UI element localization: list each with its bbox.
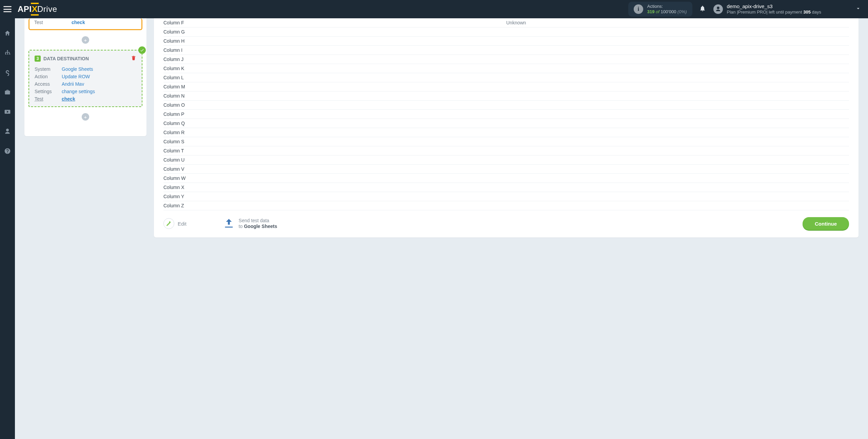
actions-of: of — [656, 9, 659, 14]
destination-title: DATA DESTINATION — [43, 56, 89, 61]
column-row[interactable]: Column H — [163, 37, 849, 46]
user-name: demo_apix-drive_s3 — [727, 3, 821, 10]
user-menu-chevron-icon[interactable] — [821, 5, 861, 13]
continue-button[interactable]: Continue — [803, 217, 849, 230]
nav-video-icon[interactable] — [0, 108, 15, 116]
column-name: Column M — [163, 83, 506, 90]
column-row[interactable]: Column J — [163, 55, 849, 64]
upload-icon — [223, 217, 235, 230]
avatar-icon[interactable] — [713, 4, 723, 14]
column-row[interactable]: Column M — [163, 82, 849, 91]
logo-text-x: X — [32, 4, 38, 14]
destination-card-wrap: 3 DATA DESTINATION System Google Sheets … — [28, 50, 142, 107]
column-row[interactable]: Column I — [163, 46, 849, 55]
logo-text-drive: Drive — [37, 4, 57, 14]
edit-button[interactable]: Edit — [163, 218, 186, 229]
nav-help-icon[interactable] — [0, 147, 15, 155]
source-card-partial[interactable]: Test check — [28, 18, 142, 30]
column-row[interactable]: Column Y — [163, 192, 849, 201]
column-name: Column N — [163, 92, 506, 100]
menu-toggle-button[interactable] — [3, 6, 12, 12]
delete-step-icon[interactable] — [131, 55, 136, 62]
column-row[interactable]: Column T — [163, 146, 849, 155]
actions-percent: (0%) — [677, 9, 687, 14]
pencil-icon — [163, 218, 174, 229]
column-row[interactable]: Column W — [163, 174, 849, 183]
dest-access-link[interactable]: Andrii Mav — [62, 81, 136, 87]
column-name: Column X — [163, 184, 506, 191]
sidebar-rail — [0, 18, 15, 439]
source-test-label: Test — [34, 20, 58, 25]
column-row[interactable]: Column S — [163, 137, 849, 146]
actions-label: Actions: — [647, 4, 687, 9]
dest-system-link[interactable]: Google Sheets — [62, 66, 136, 72]
main-area: Test check + 3 DATA DESTINATION System — [15, 18, 868, 439]
nav-briefcase-icon[interactable] — [0, 88, 15, 96]
step-number-badge: 3 — [35, 56, 41, 62]
destination-card[interactable]: 3 DATA DESTINATION System Google Sheets … — [28, 50, 142, 107]
column-name: Column F — [163, 19, 506, 26]
column-name: Column K — [163, 65, 506, 72]
dest-access-label: Access — [35, 81, 62, 87]
column-row[interactable]: Column V — [163, 165, 849, 174]
column-row[interactable]: Column X — [163, 183, 849, 192]
add-step-button[interactable]: + — [82, 36, 89, 44]
nav-billing-icon[interactable] — [0, 68, 15, 77]
destination-header: 3 DATA DESTINATION — [35, 55, 136, 62]
destination-rows: System Google Sheets Action Update ROW A… — [35, 66, 136, 102]
column-name: Column R — [163, 129, 506, 136]
column-name: Column G — [163, 28, 506, 36]
logo-text-api: API — [18, 4, 32, 14]
nav-home-icon[interactable] — [0, 29, 15, 37]
column-name: Column P — [163, 110, 506, 118]
dest-test-link[interactable]: check — [62, 96, 136, 102]
column-row[interactable]: Column FUnknown — [163, 18, 849, 27]
column-row[interactable]: Column U — [163, 155, 849, 165]
user-block[interactable]: demo_apix-drive_s3 Plan |Premium PRO| le… — [727, 3, 821, 15]
column-row[interactable]: Column K — [163, 64, 849, 73]
notifications-icon[interactable] — [699, 5, 706, 14]
add-step-button-2[interactable]: + — [82, 113, 89, 121]
column-row[interactable]: Column R — [163, 128, 849, 137]
column-name: Column U — [163, 156, 506, 164]
column-row[interactable]: Column N — [163, 91, 849, 101]
source-test-link[interactable]: check — [72, 20, 85, 25]
column-name: Column I — [163, 46, 506, 54]
column-name: Column H — [163, 37, 506, 45]
column-name: Column T — [163, 147, 506, 154]
column-row[interactable]: Column P — [163, 110, 849, 119]
column-row[interactable]: Column O — [163, 101, 849, 110]
dest-system-label: System — [35, 66, 62, 72]
edit-label: Edit — [178, 221, 186, 227]
column-value: Unknown — [506, 20, 849, 25]
mapping-panel: Column FUnknownColumn GColumn HColumn IC… — [154, 18, 859, 237]
dest-test-label: Test — [35, 96, 62, 102]
actions-counter[interactable]: i Actions: 319 of 100'000 (0%) — [628, 2, 692, 16]
column-name: Column W — [163, 174, 506, 182]
nav-account-icon[interactable] — [0, 127, 15, 135]
dest-action-link[interactable]: Update ROW — [62, 74, 136, 79]
send-test-button[interactable]: Send test data to Google Sheets — [223, 217, 277, 230]
dest-action-label: Action — [35, 74, 62, 79]
column-row[interactable]: Column L — [163, 73, 849, 82]
steps-panel: Test check + 3 DATA DESTINATION System — [24, 18, 146, 136]
column-row[interactable]: Column Z — [163, 201, 849, 210]
dest-settings-label: Settings — [35, 89, 62, 94]
column-row[interactable]: Column Q — [163, 119, 849, 128]
column-name: Column S — [163, 138, 506, 145]
column-name: Column Z — [163, 202, 506, 209]
user-plan: Plan |Premium PRO| left until payment 30… — [727, 9, 821, 15]
column-name: Column J — [163, 56, 506, 63]
column-name: Column Q — [163, 120, 506, 127]
column-name: Column O — [163, 101, 506, 109]
column-name: Column V — [163, 165, 506, 173]
column-name: Column L — [163, 74, 506, 81]
column-row[interactable]: Column G — [163, 27, 849, 37]
dest-settings-link[interactable]: change settings — [62, 89, 136, 94]
info-icon: i — [634, 4, 643, 14]
nav-connections-icon[interactable] — [0, 49, 15, 57]
actions-total: 100'000 — [661, 9, 676, 14]
logo[interactable]: APIXDrive — [18, 4, 57, 14]
topbar: APIXDrive i Actions: 319 of 100'000 (0%)… — [0, 0, 868, 18]
send-test-text: Send test data to Google Sheets — [239, 218, 277, 230]
